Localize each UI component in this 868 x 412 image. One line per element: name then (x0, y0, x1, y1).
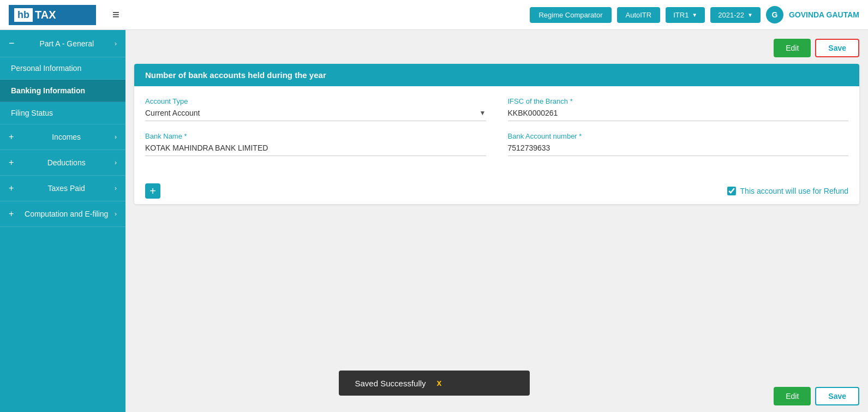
ifsc-label: IFSC of the Branch * (508, 97, 849, 105)
add-account-button[interactable]: + (145, 183, 160, 199)
hamburger-icon[interactable]: ≡ (112, 8, 119, 22)
card-header: Number of bank accounts held during the … (134, 64, 859, 86)
form-row-1: Account Type Current Account ▼ IFSC of t… (145, 97, 848, 121)
minus-icon: − (9, 38, 15, 49)
regime-comparator-button[interactable]: Regime Comparator (530, 7, 611, 23)
edit-button-bottom[interactable]: Edit (774, 387, 811, 405)
user-name-label[interactable]: GOVINDA GAUTAM (789, 10, 859, 19)
sidebar-item-taxes-paid[interactable]: + Taxes Paid › (0, 176, 125, 201)
bank-name-value: KOTAK MAHINDRA BANK LIMITED (145, 144, 486, 156)
card-body: Account Type Current Account ▼ IFSC of t… (134, 86, 859, 178)
sidebar-label-incomes: Incomes (52, 133, 81, 141)
sidebar-label-filing-status: Filing Status (11, 109, 53, 117)
itr-dropdown-label: ITR1 (673, 11, 689, 19)
account-type-text: Current Account (145, 109, 200, 117)
chevron-right-icon-taxes-paid: › (115, 184, 117, 192)
card-footer: + This account will use for Refund (134, 178, 859, 204)
ifsc-group: IFSC of the Branch * KKBK0000261 (508, 97, 849, 121)
plus-icon-taxes-paid: + (9, 183, 14, 193)
year-dropdown-label: 2021-22 (718, 11, 744, 19)
bank-name-group: Bank Name * KOTAK MAHINDRA BANK LIMITED (145, 132, 486, 156)
sidebar-item-filing-status[interactable]: Filing Status (0, 102, 125, 124)
plus-icon-incomes: + (9, 132, 14, 142)
sidebar-label-deductions: Deductions (47, 158, 86, 167)
sidebar-item-part-a-general[interactable]: − Part A - General › (0, 30, 125, 57)
app-header: hb TAX ≡ Regime Comparator AutoITR ITR1 … (0, 0, 868, 30)
sidebar: − Part A - General › Personal Informatio… (0, 30, 125, 412)
sidebar-label-personal-information: Personal Information (11, 64, 81, 73)
plus-icon-deductions: + (9, 158, 14, 168)
bottom-action-bar: Edit Save (765, 380, 868, 412)
logo-hb-text: hb (14, 8, 33, 22)
bank-name-text: KOTAK MAHINDRA BANK LIMITED (145, 144, 268, 152)
account-number-value: 7512739633 (508, 144, 849, 156)
chevron-right-icon: › (115, 40, 117, 47)
ifsc-text: KKBK0000261 (508, 109, 558, 117)
bank-name-label: Bank Name * (145, 132, 486, 140)
sidebar-label-part-a-general: Part A - General (39, 39, 94, 48)
toast-message: Saved Successfully (355, 379, 426, 388)
sidebar-item-deductions[interactable]: + Deductions › (0, 150, 125, 176)
bank-accounts-card: Number of bank accounts held during the … (134, 64, 859, 204)
toast-close-button[interactable]: x (437, 378, 442, 388)
app-logo: hb TAX (9, 5, 96, 25)
auto-itr-button[interactable]: AutoITR (617, 7, 661, 23)
main-content: Edit Save Number of bank accounts held d… (125, 30, 868, 412)
chevron-right-icon-computation: › (115, 210, 117, 218)
header-actions: Regime Comparator AutoITR ITR1 ▼ 2021-22… (530, 6, 859, 23)
account-type-label: Account Type (145, 97, 486, 105)
refund-checkbox-group: This account will use for Refund (727, 187, 848, 195)
year-dropdown-button[interactable]: 2021-22 ▼ (710, 7, 761, 23)
logo-tax-text: TAX (35, 9, 56, 21)
account-number-label: Bank Account number * (508, 132, 849, 140)
top-action-bar: Edit Save (134, 39, 859, 57)
chevron-right-icon-deductions: › (115, 159, 117, 166)
ifsc-value: KKBK0000261 (508, 109, 849, 121)
account-number-group: Bank Account number * 7512739633 (508, 132, 849, 156)
plus-icon-computation: + (9, 209, 14, 219)
account-number-text: 7512739633 (508, 144, 550, 152)
itr-dropdown-button[interactable]: ITR1 ▼ (666, 7, 705, 23)
save-button-top[interactable]: Save (815, 39, 859, 57)
sidebar-label-taxes-paid: Taxes Paid (47, 184, 85, 193)
sidebar-label-computation-efiling: Computation and E-filing (25, 210, 108, 218)
toast-notification: Saved Successfully x (339, 371, 530, 396)
sidebar-item-incomes[interactable]: + Incomes › (0, 124, 125, 150)
card-header-title: Number of bank accounts held during the … (145, 70, 326, 80)
refund-label: This account will use for Refund (740, 187, 848, 195)
sidebar-item-computation-efiling[interactable]: + Computation and E-filing › (0, 201, 125, 227)
sidebar-label-banking-information: Banking Information (11, 86, 85, 95)
user-avatar: G (766, 6, 783, 23)
account-type-value[interactable]: Current Account ▼ (145, 109, 486, 121)
sidebar-item-banking-information[interactable]: Banking Information (0, 80, 125, 102)
itr-dropdown-caret-icon: ▼ (692, 12, 697, 18)
save-button-bottom[interactable]: Save (815, 387, 859, 405)
edit-button-top[interactable]: Edit (774, 39, 811, 57)
year-dropdown-caret-icon: ▼ (747, 12, 753, 18)
chevron-right-icon-incomes: › (115, 133, 117, 141)
account-type-caret-icon: ▼ (480, 109, 486, 117)
account-type-group: Account Type Current Account ▼ (145, 97, 486, 121)
form-row-2: Bank Name * KOTAK MAHINDRA BANK LIMITED … (145, 132, 848, 156)
main-layout: − Part A - General › Personal Informatio… (0, 30, 868, 412)
refund-checkbox[interactable] (727, 187, 736, 195)
sidebar-item-personal-information[interactable]: Personal Information (0, 57, 125, 80)
